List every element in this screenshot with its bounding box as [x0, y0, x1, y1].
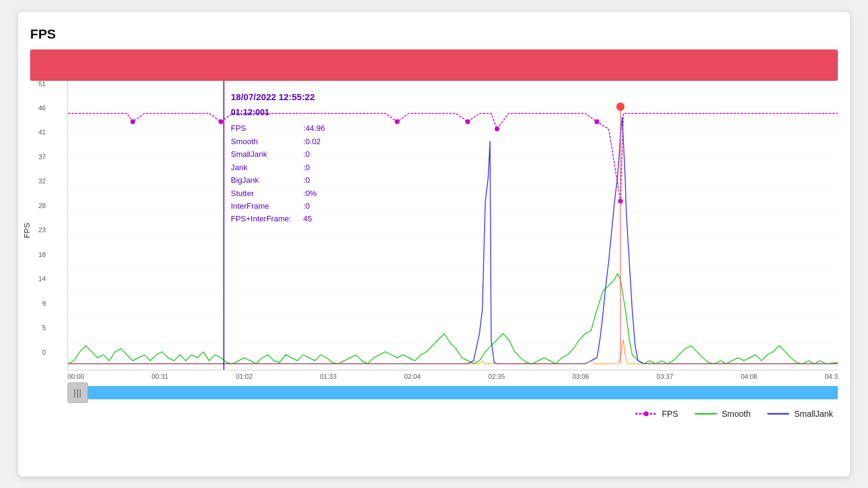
- legend-line-smalljank-icon: [767, 410, 789, 417]
- legend-item-fps: FPS: [635, 409, 678, 419]
- fps-chart-card: FPS FPS 0 5 9 14 18 23 28 32 37 41 46 51: [18, 12, 850, 477]
- x-tick-4: 02:04: [404, 373, 421, 380]
- scrollbar-handle[interactable]: |||: [68, 382, 88, 403]
- x-tick-0: 00:00: [68, 373, 84, 380]
- x-tick-1: 00:31: [152, 373, 169, 380]
- x-tick-6: 03:06: [573, 373, 590, 380]
- legend-label-smooth: Smooth: [722, 409, 750, 419]
- y-tick: 0: [30, 349, 48, 356]
- scrollbar-handle-icon: |||: [74, 388, 82, 398]
- y-tick: 5: [30, 325, 48, 331]
- svg-point-12: [130, 119, 135, 124]
- svg-point-16: [495, 126, 500, 131]
- y-tick: 51: [30, 81, 48, 87]
- legend-item-smooth: Smooth: [695, 409, 750, 419]
- x-tick-2: 01:02: [236, 373, 253, 380]
- x-axis: 00:00 00:31 01:02 01:33 02:04 02:35 03:0…: [68, 373, 838, 380]
- x-tick-8: 04:08: [741, 373, 758, 380]
- scrollbar-track[interactable]: [88, 386, 838, 399]
- red-bar: [30, 49, 838, 81]
- svg-point-14: [395, 119, 400, 124]
- page-title: FPS: [30, 27, 838, 42]
- y-tick: 23: [30, 227, 48, 233]
- svg-point-15: [465, 119, 470, 124]
- y-tick: 28: [30, 203, 48, 209]
- svg-point-17: [594, 119, 599, 124]
- chart-svg: [68, 81, 838, 370]
- x-tick-7: 03:37: [656, 373, 673, 380]
- legend-item-smalljank: SmallJank: [767, 409, 833, 419]
- y-tick: 37: [30, 154, 48, 160]
- svg-point-13: [219, 119, 224, 124]
- legend-line-fps-icon: [635, 410, 657, 417]
- legend-label-smalljank: SmallJank: [794, 409, 833, 419]
- scrollbar[interactable]: |||: [68, 382, 838, 403]
- y-tick: 46: [30, 105, 48, 112]
- y-tick: 32: [30, 178, 48, 185]
- x-tick-3: 01:33: [320, 373, 337, 380]
- x-tick-5: 02:35: [488, 373, 505, 380]
- svg-point-23: [644, 411, 649, 416]
- legend: FPS Smooth SmallJank: [30, 409, 838, 419]
- legend-label-fps: FPS: [662, 409, 678, 419]
- y-tick: 9: [30, 300, 48, 307]
- x-tick-9: 04:3: [825, 373, 837, 380]
- y-tick: 41: [30, 129, 48, 136]
- y-tick: 14: [30, 276, 48, 282]
- y-tick: 18: [30, 252, 48, 258]
- legend-line-smooth-icon: [695, 410, 717, 417]
